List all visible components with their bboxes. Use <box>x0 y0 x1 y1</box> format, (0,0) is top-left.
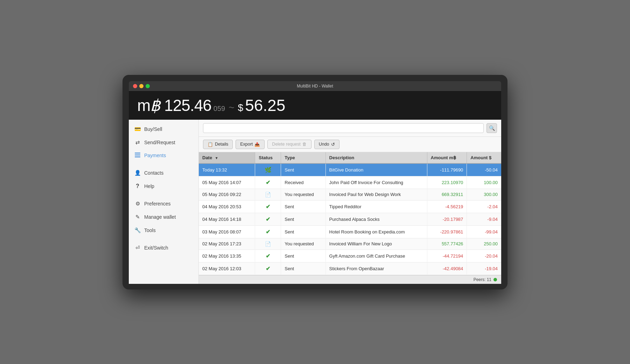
cell-date: 02 May 2016 13:35 <box>199 250 255 262</box>
cell-description: John Paid Off Invoice For Consulting <box>326 176 427 189</box>
sidebar-item-tools[interactable]: 🔧 Tools <box>129 224 198 237</box>
cell-amount-mbtc: -20.17987 <box>427 213 467 225</box>
cell-date: Today 13:32 <box>199 163 255 176</box>
details-icon: 📋 <box>208 142 213 147</box>
close-button[interactable] <box>133 84 137 88</box>
send-request-icon: ⇄ <box>134 139 141 146</box>
peers-indicator <box>493 278 497 281</box>
sidebar-item-payments[interactable]: Payments <box>129 149 198 162</box>
laptop-bottom <box>129 285 501 289</box>
exit-switch-icon: ⏎ <box>134 245 141 251</box>
cell-date: 02 May 2016 12:03 <box>199 262 255 275</box>
sidebar-label-tools: Tools <box>144 227 156 233</box>
mbtc-small: 059 <box>214 105 225 113</box>
status-icon: 📄 <box>265 241 271 247</box>
cell-type: Received <box>281 176 326 189</box>
minimize-button[interactable] <box>139 84 144 88</box>
sidebar-item-exit-switch[interactable]: ⏎ Exit/Switch <box>129 241 198 254</box>
sidebar-item-preferences[interactable]: ⚙ Preferences <box>129 197 198 210</box>
col-description[interactable]: Description <box>326 152 427 163</box>
delete-request-label: Delete request <box>272 142 300 147</box>
cell-amount-mbtc: -42.49084 <box>427 262 467 275</box>
tools-icon: 🔧 <box>134 227 141 233</box>
search-button[interactable]: 🔍 <box>486 123 497 133</box>
cell-amount-usd: 250.00 <box>467 238 501 250</box>
col-date[interactable]: Date ▼ <box>199 152 255 163</box>
col-amount-usd[interactable]: Amount $ <box>467 152 501 163</box>
sidebar-item-buy-sell[interactable]: 💳 Buy/Sell <box>129 122 198 136</box>
svg-rect-1 <box>135 154 140 155</box>
col-status[interactable]: Status <box>255 152 281 163</box>
mbtc-main: 125.46 <box>164 96 211 114</box>
col-amount-mbtc-label: Amount m฿ <box>431 155 456 160</box>
cell-date: 03 May 2016 08:07 <box>199 225 255 238</box>
table-row[interactable]: 05 May 2016 09:22📄You requestedInvoiced … <box>199 189 501 200</box>
undo-label: Undo <box>319 142 329 147</box>
table-row[interactable]: 02 May 2016 12:03✔SentStickers From Open… <box>199 262 501 275</box>
balance-bar: m฿ 125.46 059 ~ $ 56.25 <box>129 91 501 120</box>
sidebar-label-payments: Payments <box>144 153 166 158</box>
cell-description: Purchased Alpaca Socks <box>326 213 427 225</box>
cell-date: 05 May 2016 09:22 <box>199 189 255 200</box>
table-row[interactable]: 04 May 2016 20:53✔SentTipped Redditor-4.… <box>199 200 501 213</box>
app-window: m฿ 125.46 059 ~ $ 56.25 💳 Buy/Sell ⇄ Sen… <box>129 91 501 284</box>
search-input[interactable] <box>203 123 484 133</box>
cell-amount-usd: -20.04 <box>467 250 501 262</box>
export-icon: 📤 <box>254 142 260 147</box>
undo-icon: ↺ <box>331 142 335 147</box>
cell-amount-mbtc: -4.56219 <box>427 200 467 213</box>
sidebar-item-send-request[interactable]: ⇄ Send/Request <box>129 136 198 149</box>
cell-description: Stickers From OpenBazaar <box>326 262 427 275</box>
table-row[interactable]: 02 May 2016 13:35✔SentGyft Amazon.com Gi… <box>199 250 501 262</box>
table-row[interactable]: 02 May 2016 17:23📄You requestedInvoiced … <box>199 238 501 250</box>
delete-request-button[interactable]: Delete request 🗑 <box>267 140 311 149</box>
cell-description: Gyft Amazon.com Gift Card Purchase <box>326 250 427 262</box>
status-icon: ✔ <box>266 254 270 259</box>
sidebar-item-help[interactable]: ? Help <box>129 180 198 193</box>
svg-rect-0 <box>135 153 140 154</box>
status-icon: ✔ <box>266 266 270 272</box>
cell-amount-mbtc: 223.10970 <box>427 176 467 189</box>
table-row[interactable]: 03 May 2016 08:07✔SentHotel Room Booking… <box>199 225 501 238</box>
cell-type: You requested <box>281 238 326 250</box>
cell-amount-mbtc: 557.77426 <box>427 238 467 250</box>
sidebar-item-contacts[interactable]: 👤 Contacts <box>129 166 198 180</box>
cell-type: Sent <box>281 213 326 225</box>
table-row[interactable]: 04 May 2016 14:18✔SentPurchased Alpaca S… <box>199 213 501 225</box>
main-area: 💳 Buy/Sell ⇄ Send/Request Paym <box>129 120 501 284</box>
cell-type: Sent <box>281 163 326 176</box>
cell-amount-mbtc: -111.79690 <box>427 163 467 176</box>
sidebar-label-contacts: Contacts <box>144 170 163 176</box>
cell-amount-usd: -2.04 <box>467 200 501 213</box>
col-type[interactable]: Type <box>281 152 326 163</box>
cell-status: ✔ <box>255 200 281 213</box>
table-row[interactable]: Today 13:32🌿SentBitGive Donation-111.796… <box>199 163 501 176</box>
status-icon: ✔ <box>266 204 270 210</box>
transactions-table-container[interactable]: Date ▼ Status Type Descrip <box>199 152 501 275</box>
details-button[interactable]: 📋 Details <box>203 140 233 149</box>
sort-arrow: ▼ <box>215 156 218 160</box>
transactions-table: Date ▼ Status Type Descrip <box>199 152 501 275</box>
table-row[interactable]: 05 May 2016 14:07✔ReceivedJohn Paid Off … <box>199 176 501 189</box>
usd-value: 56.25 <box>245 96 285 115</box>
export-button[interactable]: Export 📤 <box>236 140 265 149</box>
undo-button[interactable]: Undo ↺ <box>314 140 340 149</box>
col-amount-mbtc[interactable]: Amount m฿ <box>427 152 467 163</box>
payments-icon <box>134 153 141 159</box>
svg-rect-2 <box>135 156 140 158</box>
maximize-button[interactable] <box>146 84 150 88</box>
details-label: Details <box>215 142 228 147</box>
sidebar-label-manage-wallet: Manage wallet <box>144 214 176 220</box>
cell-status: ✔ <box>255 225 281 238</box>
cell-type: Sent <box>281 225 326 238</box>
cell-date: 04 May 2016 20:53 <box>199 200 255 213</box>
action-bar: 📋 Details Export 📤 Delete request 🗑 Undo… <box>199 137 501 152</box>
cell-date: 02 May 2016 17:23 <box>199 238 255 250</box>
sidebar-item-manage-wallet[interactable]: ✎ Manage wallet <box>129 210 198 224</box>
contacts-icon: 👤 <box>134 170 141 176</box>
export-label: Export <box>240 142 253 147</box>
status-icon: 🌿 <box>265 168 272 173</box>
cell-amount-mbtc: -44.72194 <box>427 250 467 262</box>
cell-description: BitGive Donation <box>326 163 427 176</box>
col-type-label: Type <box>285 155 295 160</box>
